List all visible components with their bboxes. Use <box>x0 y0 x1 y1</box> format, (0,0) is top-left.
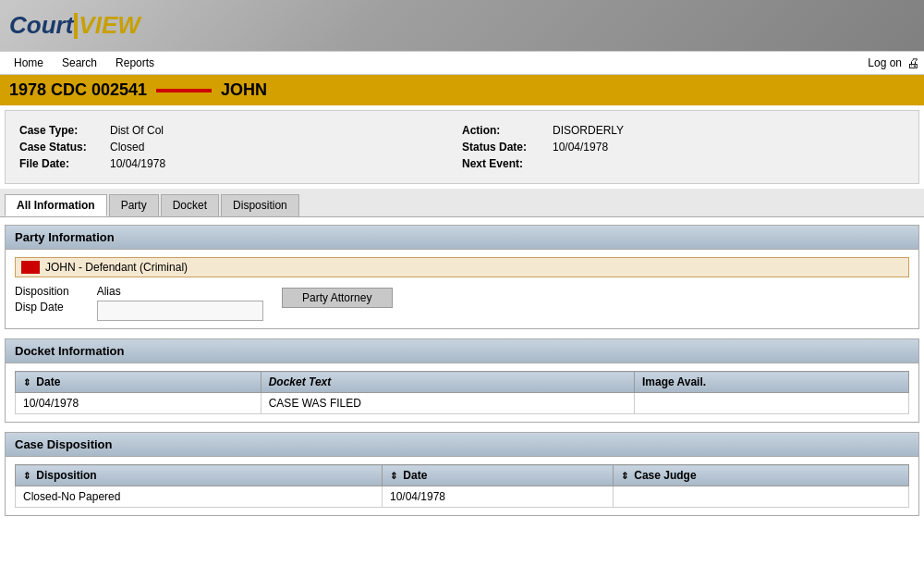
disp-col-judge[interactable]: ⇕ Case Judge <box>613 465 908 486</box>
party-section-header: Party Information <box>6 226 918 250</box>
tab-party[interactable]: Party <box>109 194 159 216</box>
next-event-label: Next Event: <box>462 157 545 170</box>
party-attorney-field: Party Attorney <box>282 285 393 321</box>
party-section-content: JOHN - Defendant (Criminal) Disposition … <box>6 250 918 328</box>
logo-court: Court <box>9 11 73 40</box>
disposition-section: Case Disposition ⇕ Disposition ⇕ Date <box>5 432 919 516</box>
disp-cell-date: 10/04/1978 <box>382 486 613 508</box>
docket-cell-image <box>634 393 908 414</box>
nav-left: Home Search Reports <box>5 53 868 73</box>
sort-icon-disposition: ⇕ <box>23 471 30 481</box>
case-status-label: Case Status: <box>19 141 103 154</box>
case-status-row: Case Status: Closed <box>19 139 462 155</box>
navbar: Home Search Reports Log on 🖨 <box>0 51 924 75</box>
docket-table: ⇕ Date Docket Text Image Avail. 10/04/19… <box>15 371 909 414</box>
case-status-badge <box>156 89 212 92</box>
case-name: JOHN <box>221 80 267 100</box>
disposition-table: ⇕ Disposition ⇕ Date ⇕ Case Judge <box>15 464 909 508</box>
nav-right: Log on 🖨 <box>868 55 919 70</box>
disposition-section-content: ⇕ Disposition ⇕ Date ⇕ Case Judge <box>6 457 918 515</box>
logon-button[interactable]: Log on <box>868 56 902 69</box>
docket-section-content: ⇕ Date Docket Text Image Avail. 10/04/19… <box>6 363 918 422</box>
party-color-indicator <box>21 261 40 274</box>
disposition-label: Disposition <box>15 285 69 298</box>
party-name: JOHN - Defendant (Criminal) <box>45 261 188 274</box>
party-fields: Disposition Disp Date Alias Party Attorn… <box>15 285 909 321</box>
docket-col-text[interactable]: Docket Text <box>261 372 634 393</box>
disp-col-date[interactable]: ⇕ Date <box>382 465 613 486</box>
party-attorney-button[interactable]: Party Attorney <box>282 288 393 308</box>
logo: CourtVIEW <box>9 11 140 40</box>
docket-cell-text: CASE WAS FILED <box>261 393 634 414</box>
disp-cell-judge <box>613 486 908 508</box>
case-title-bar: 1978 CDC 002541 JOHN <box>0 75 924 105</box>
alias-label: Alias <box>97 285 263 298</box>
disposition-field: Disposition Disp Date <box>15 285 69 321</box>
docket-section: Docket Information ⇕ Date Docket Text Im… <box>5 338 919 423</box>
tab-docket[interactable]: Docket <box>161 194 219 216</box>
docket-cell-date: 10/04/1978 <box>16 393 261 414</box>
tab-disposition[interactable]: Disposition <box>221 194 299 216</box>
disp-date-label: Disp Date <box>15 301 69 314</box>
status-date-label: Status Date: <box>462 141 545 154</box>
case-number: 1978 CDC 002541 <box>9 80 147 100</box>
action-row: Action: DISORDERLY <box>462 122 905 139</box>
docket-row: 10/04/1978 CASE WAS FILED <box>16 393 909 414</box>
banner: CourtVIEW <box>0 0 924 51</box>
docket-section-header: Docket Information <box>6 339 918 363</box>
sort-icon-date: ⇕ <box>23 377 30 387</box>
logo-accent <box>74 13 78 39</box>
nav-home[interactable]: Home <box>5 53 53 73</box>
printer-icon[interactable]: 🖨 <box>906 55 919 70</box>
file-date-label: File Date: <box>19 157 103 170</box>
action-value: DISORDERLY <box>553 124 624 137</box>
content-area: Party Information JOHN - Defendant (Crim… <box>0 217 924 533</box>
case-info-grid: Case Type: Dist Of Col Case Status: Clos… <box>19 122 905 172</box>
disp-cell-disposition: Closed-No Papered <box>16 486 383 508</box>
docket-col-image[interactable]: Image Avail. <box>634 372 908 393</box>
disposition-row: Closed-No Papered 10/04/1978 <box>16 486 909 508</box>
party-section: Party Information JOHN - Defendant (Crim… <box>5 225 919 329</box>
file-date-value: 10/04/1978 <box>110 157 165 170</box>
next-event-row: Next Event: <box>462 155 905 172</box>
alias-field: Alias <box>97 285 263 321</box>
status-date-value: 10/04/1978 <box>553 141 608 154</box>
docket-col-date[interactable]: ⇕ Date <box>16 372 261 393</box>
case-status-value: Closed <box>110 141 144 154</box>
file-date-row: File Date: 10/04/1978 <box>19 155 462 172</box>
case-type-row: Case Type: Dist Of Col <box>19 122 462 139</box>
disp-col-disposition[interactable]: ⇕ Disposition <box>16 465 383 486</box>
sort-icon-disp-date: ⇕ <box>390 471 397 481</box>
nav-reports[interactable]: Reports <box>106 53 164 73</box>
action-label: Action: <box>462 124 545 137</box>
alias-input[interactable] <box>97 301 263 321</box>
nav-search[interactable]: Search <box>53 53 106 73</box>
status-date-row: Status Date: 10/04/1978 <box>462 139 905 155</box>
sort-icon-judge: ⇕ <box>621 471 628 481</box>
tabs-bar: All Information Party Docket Disposition <box>0 189 924 217</box>
disposition-section-header: Case Disposition <box>6 433 918 457</box>
tab-all-information[interactable]: All Information <box>5 194 107 216</box>
party-row: JOHN - Defendant (Criminal) <box>15 257 909 277</box>
logo-view: VIEW <box>79 11 140 40</box>
case-info-panel: Case Type: Dist Of Col Case Status: Clos… <box>5 110 919 184</box>
case-type-label: Case Type: <box>19 124 103 137</box>
case-type-value: Dist Of Col <box>110 124 164 137</box>
